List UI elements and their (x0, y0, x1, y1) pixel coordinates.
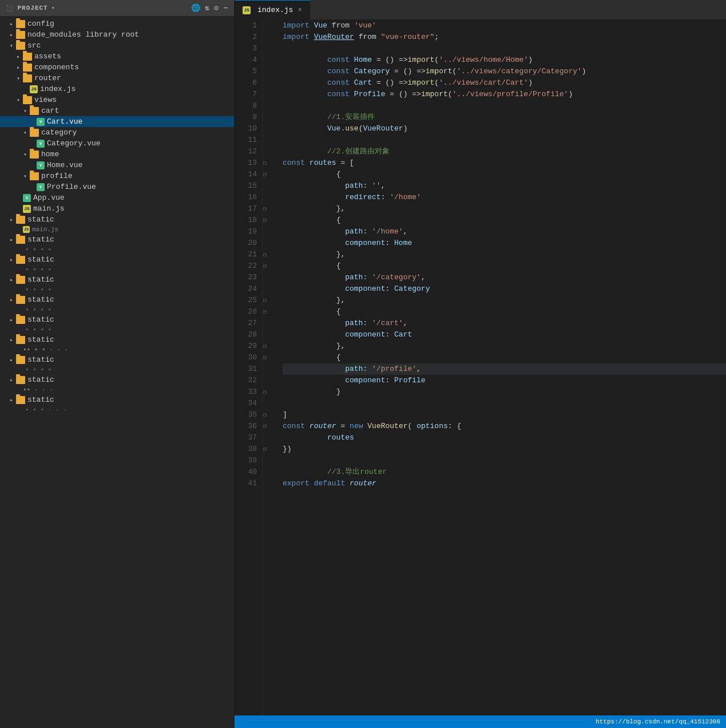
sidebar-item-static-4[interactable]: static (0, 274, 234, 285)
fold-line[interactable]: ⊟ (263, 386, 273, 398)
chevron-icon (14, 75, 23, 82)
sidebar-item-category-vue[interactable]: V Category.vue (0, 138, 234, 149)
sidebar-item-cart-vue[interactable]: V Cart.vue (0, 116, 234, 127)
sidebar-item-router[interactable]: router (0, 73, 234, 84)
sidebar-item-router-index[interactable]: JS index.js (0, 84, 234, 94)
fold-line[interactable]: ⊟ (263, 421, 273, 432)
sidebar-item-static-1-main[interactable]: JS main.js (0, 225, 234, 234)
fold-line[interactable]: ⊟ (263, 341, 273, 352)
line-num: 10 (240, 123, 257, 134)
fold-line[interactable]: ⊟ (263, 215, 273, 226)
sidebar-item-app-vue[interactable]: V App.vue (0, 192, 234, 203)
code-line-1: import Vue from 'vue' (283, 20, 726, 31)
split-icon[interactable]: ⇅ (205, 3, 209, 13)
fold-line[interactable]: ⊟ (263, 203, 273, 215)
sidebar-item-static-10[interactable]: static (0, 394, 234, 405)
tab-label: index.js (257, 6, 293, 14)
sidebar-item-static-7-item: ▪▪ ▪ ▪ · · · (0, 345, 234, 354)
code-line-36: const router = new VueRouter( options: { (283, 421, 726, 432)
sidebar-item-static-5[interactable]: static (0, 294, 234, 305)
fold-line (263, 180, 273, 192)
line-num: 16 (240, 192, 257, 203)
sidebar-header-left: ⬛ PROJECT ▾ (6, 5, 55, 12)
folder-icon (16, 216, 25, 224)
sidebar-item-static-6[interactable]: static (0, 314, 234, 325)
line-num: 17 (240, 203, 257, 215)
folder-icon (30, 129, 39, 137)
line-numbers: 1 2 3 4 5 6 7 8 9 10 11 12 13 14 15 16 1… (235, 20, 263, 715)
fold-line (263, 89, 273, 100)
chevron-icon (7, 31, 16, 38)
line-num: 1 (240, 20, 257, 31)
sidebar-item-views[interactable]: views (0, 94, 234, 105)
sidebar-item-src[interactable]: src (0, 40, 234, 51)
minus-icon[interactable]: − (224, 4, 228, 13)
code-editor[interactable]: import Vue from 'vue' import VueRouter f… (273, 20, 726, 715)
code-line-14: { (283, 169, 726, 180)
code-line-26: { (283, 306, 726, 318)
code-line-9: //1.安装插件 (283, 112, 726, 123)
sidebar-item-static-7[interactable]: static (0, 334, 234, 345)
item-label: Category.vue (47, 139, 101, 148)
tab-index-js[interactable]: JS index.js × (235, 0, 311, 20)
sidebar-item-static-9-item: ▪▪ · · · (0, 385, 234, 394)
sidebar-item-home-vue[interactable]: V Home.vue (0, 160, 234, 171)
item-label: static (27, 295, 54, 304)
status-url: https://blog.csdn.net/qq_41512308 (596, 718, 720, 725)
item-label: Home.vue (47, 161, 82, 169)
sidebar-item-profile-folder[interactable]: profile (0, 171, 234, 181)
folder-icon (16, 276, 25, 284)
fold-line (263, 272, 273, 283)
fold-line[interactable]: ⊟ (263, 295, 273, 306)
code-line-8 (283, 100, 726, 112)
sidebar-item-node-modules[interactable]: node_modules library root (0, 29, 234, 40)
code-container[interactable]: 1 2 3 4 5 6 7 8 9 10 11 12 13 14 15 16 1… (235, 20, 726, 715)
line-num: 20 (240, 238, 257, 249)
code-line-4: const Home = () =>import('../views/home/… (283, 54, 726, 66)
code-line-39 (283, 455, 726, 466)
code-line-22: { (283, 260, 726, 272)
sidebar-item-config[interactable]: config (0, 18, 234, 29)
sidebar-item-components[interactable]: components (0, 62, 234, 73)
sidebar-item-home-folder[interactable]: home (0, 149, 234, 160)
fold-line[interactable]: ⊟ (263, 444, 273, 455)
fold-line[interactable]: ⊟ (263, 352, 273, 363)
tab-close-button[interactable]: × (297, 6, 301, 14)
code-line-13: const routes = [ (283, 157, 726, 169)
code-line-40: //3.导出router (283, 466, 726, 478)
line-num: 39 (240, 455, 257, 466)
fold-line[interactable]: ⊟ (263, 409, 273, 421)
folder-icon (16, 296, 25, 304)
sidebar-item-static-1[interactable]: static (0, 214, 234, 225)
line-num: 12 (240, 146, 257, 157)
item-label: static (27, 275, 54, 284)
fold-line (263, 398, 273, 409)
sidebar-item-static-9[interactable]: static (0, 374, 234, 385)
sidebar-item-static-8-files: ▪ ▪ ▪ ▪ (0, 365, 234, 374)
sidebar-item-static-2[interactable]: static (0, 234, 234, 245)
chevron-icon (7, 236, 16, 243)
settings-icon[interactable]: ⚙ (214, 3, 219, 13)
code-line-2: import VueRouter from "vue-router"; (283, 31, 726, 43)
sidebar-item-static-8[interactable]: static (0, 354, 234, 365)
sidebar-item-assets[interactable]: assets (0, 51, 234, 62)
fold-line[interactable]: ⊟ (263, 249, 273, 260)
sidebar-item-category-folder[interactable]: category (0, 127, 234, 138)
chevron-icon (21, 129, 30, 136)
fold-line[interactable]: ⊟ (263, 306, 273, 318)
fold-line[interactable]: ⊟ (263, 260, 273, 272)
chevron-icon (21, 173, 30, 180)
sidebar-item-cart-folder[interactable]: cart (0, 105, 234, 116)
chevron-icon (7, 377, 16, 383)
fold-line[interactable]: ⊟ (263, 169, 273, 180)
globe-icon[interactable]: 🌐 (191, 3, 201, 13)
code-line-6: const Cart = () =>import('../views/cart/… (283, 77, 726, 89)
dropdown-icon[interactable]: ▾ (51, 5, 55, 11)
sidebar-item-profile-vue[interactable]: V Profile.vue (0, 181, 234, 192)
fold-line[interactable]: ⊟ (263, 157, 273, 169)
sidebar-item-static-3[interactable]: static (0, 254, 234, 265)
sidebar-item-main-js[interactable]: JS main.js (0, 203, 234, 214)
chevron-icon (7, 397, 16, 403)
code-line-16: redirect: '/home' (283, 192, 726, 203)
line-num: 21 (240, 249, 257, 260)
